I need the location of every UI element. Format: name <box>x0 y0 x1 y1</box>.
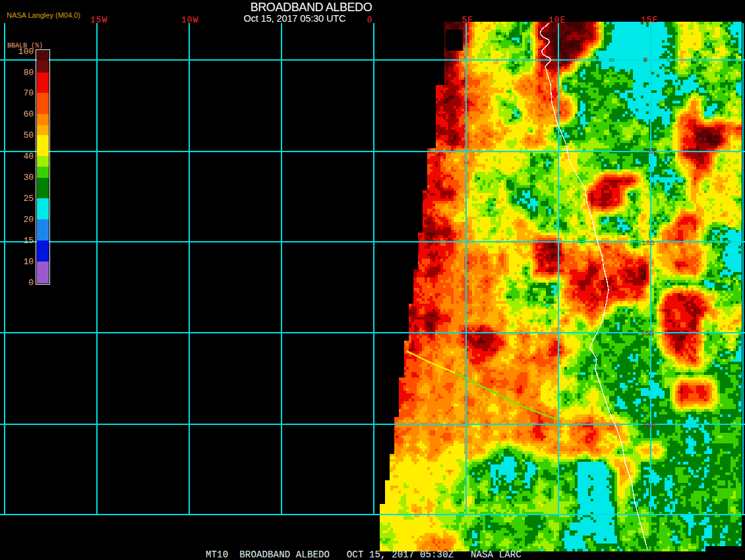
svg-text:0: 0 <box>367 15 373 25</box>
svg-text:0: 0 <box>643 56 648 64</box>
svg-text:40: 40 <box>23 152 34 161</box>
svg-text:25: 25 <box>23 194 34 204</box>
svg-text:5E: 5E <box>462 15 473 25</box>
svg-text:20: 20 <box>23 215 34 225</box>
svg-text:15W: 15W <box>90 15 107 25</box>
svg-text:15: 15 <box>23 236 34 246</box>
svg-text:50: 50 <box>23 130 34 140</box>
svg-text:15E: 15E <box>641 15 658 25</box>
svg-text:10S: 10S <box>641 239 655 247</box>
svg-text:BROADBAND ALBEDO: BROADBAND ALBEDO <box>251 1 372 14</box>
svg-text:MT10 BROADBAND ALBEDO OCT 1: MT10 BROADBAND ALBEDO OCT 15, 2017 05:30… <box>206 549 522 560</box>
svg-text:NASA Langley (M04.0): NASA Langley (M04.0) <box>7 11 80 19</box>
svg-text:10: 10 <box>23 257 34 267</box>
svg-text:5S: 5S <box>647 148 656 155</box>
svg-text:20S: 20S <box>643 422 656 430</box>
svg-text:10E: 10E <box>549 15 566 25</box>
svg-text:80: 80 <box>23 68 34 78</box>
svg-text:15S: 15S <box>641 329 654 337</box>
svg-text:10W: 10W <box>181 15 198 25</box>
svg-text:Oct 15, 2017 05:30 UTC: Oct 15, 2017 05:30 UTC <box>244 13 346 24</box>
svg-text:0: 0 <box>28 278 34 288</box>
svg-text:30: 30 <box>23 173 34 182</box>
svg-text:100: 100 <box>18 47 34 57</box>
svg-text:60: 60 <box>23 109 34 119</box>
svg-text:70: 70 <box>23 88 34 98</box>
